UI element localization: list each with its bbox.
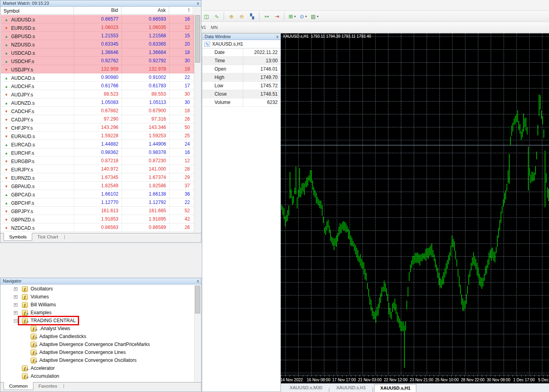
expand-icon[interactable]: + bbox=[14, 303, 17, 307]
scrollbar-thumb[interactable] bbox=[195, 286, 200, 313]
chart-tab-1-xauusd-s-h1[interactable]: XAUUSD.s,H1 bbox=[331, 384, 371, 392]
symbol-label: CADJPY.s bbox=[11, 117, 33, 123]
timeframe-mn-button[interactable]: MN bbox=[209, 23, 220, 31]
market-watch-row-nzdusd.s[interactable]: ▲NZDUSD.s0.633450.6336520 bbox=[1, 40, 194, 48]
navigator-tab-favorites[interactable]: Favorites bbox=[33, 382, 62, 390]
expand-icon[interactable]: + bbox=[14, 295, 17, 299]
periods-button[interactable]: ⊙▾ bbox=[298, 12, 308, 21]
market-watch-row-usdchf.s[interactable]: ▲USDCHF.s0.927620.9279230 bbox=[1, 57, 194, 65]
ask-cell: 1.06035 bbox=[122, 23, 170, 32]
arrow-down-icon: ▼ bbox=[4, 168, 9, 172]
navigator-item-adaptive-divergence-convergence-lines[interactable]: f◆Adaptive Divergence Convergence Lines bbox=[1, 348, 194, 356]
market-watch-row-gbpchf.s[interactable]: ▲GBPCHF.s1.127701.1279222 bbox=[1, 198, 194, 207]
market-watch-row-audcad.s[interactable]: ▲AUDCAD.s0.909800.9100222 bbox=[1, 73, 194, 82]
navigator-item-oscillators[interactable]: +fOscillators bbox=[1, 285, 194, 293]
symbol-label: USDJPY.s bbox=[11, 67, 33, 73]
symbol-label: NZDUSD.s bbox=[11, 42, 35, 48]
market-watch-row-usdcad.s[interactable]: ▲USDCAD.s1.366461.3666418 bbox=[1, 48, 194, 57]
tile-windows-button[interactable]: ▚ bbox=[247, 12, 257, 21]
column-header-symbol[interactable]: Symbol bbox=[0, 7, 74, 14]
market-watch-row-chfjpy.s[interactable]: ▼CHFJPY.s143.296143.34650 bbox=[1, 123, 194, 132]
line-chart-type-button[interactable]: ∿ bbox=[212, 12, 221, 21]
market-watch-row-audnzd.s[interactable]: ▲AUDNZD.s1.050831.0511330 bbox=[1, 98, 194, 107]
market-watch-row-eurgbp.s[interactable]: ▼EURGBP.s0.872180.8723012 bbox=[1, 157, 194, 165]
chart-tab-0-xauusd-s-m30[interactable]: XAUUSD.s,M30 bbox=[284, 384, 328, 392]
navigator-item-examples[interactable]: +f◆Examples bbox=[1, 309, 194, 317]
expand-icon[interactable]: + bbox=[14, 287, 17, 291]
bid-cell: 132.959 bbox=[74, 65, 122, 73]
market-watch-row-eurchf.s[interactable]: ▲EURCHF.s0.983620.9837816 bbox=[1, 148, 194, 157]
navigator-item-bill-williams[interactable]: +fBill Williams bbox=[1, 301, 194, 309]
market-watch-row-nzdcad.s[interactable]: ▼NZDCAD.s0.865630.8658926 bbox=[1, 223, 194, 232]
market-watch-row-gbpusd.s[interactable]: ▲GBPUSD.s1.215531.2156815 bbox=[1, 32, 194, 40]
zoom-in-button[interactable]: ⊕ bbox=[226, 12, 236, 21]
scrollbar-thumb[interactable] bbox=[195, 15, 200, 63]
close-icon[interactable]: x bbox=[276, 34, 279, 39]
chart-panel[interactable]: XAUUSD.s,H1 1793.11 1794.39 1793.11 1793… bbox=[281, 33, 549, 392]
bid-cell: 88.523 bbox=[74, 90, 122, 98]
navigator-item-accumulation[interactable]: f◆Accumulation bbox=[1, 372, 194, 380]
field-label: High bbox=[202, 73, 243, 81]
chart-tab-2-xauusd-s-h1[interactable]: XAUUSD.s,H1 bbox=[374, 384, 416, 392]
chevron-down-icon[interactable]: ▾ bbox=[294, 15, 296, 18]
zoom-out-button[interactable]: ⊖ bbox=[237, 12, 246, 21]
market-watch-row-gbpjpy.s[interactable]: ▼GBPJPY.s161.613161.66552 bbox=[1, 207, 194, 215]
expand-icon[interactable]: + bbox=[14, 311, 17, 315]
navigator-item-adaptive-divergence-convergence-chartpricemarks[interactable]: f◆Adaptive Divergence Convergence ChartP… bbox=[1, 340, 194, 348]
ask-cell: 0.87230 bbox=[122, 157, 170, 165]
arrow-down-icon: ▼ bbox=[4, 176, 9, 180]
navigator-item-accelerator[interactable]: f◆Accelerator bbox=[1, 364, 194, 372]
chevron-down-icon[interactable]: ▾ bbox=[305, 15, 307, 18]
time-axis-label: 5 Dec 0 bbox=[538, 378, 549, 382]
navigator-item--analyst-views[interactable]: f◆.Analyst Views bbox=[1, 325, 194, 332]
market-watch-row-eurusd.s[interactable]: ▼EURUSD.s1.060231.0603512 bbox=[1, 23, 194, 32]
market-watch-row-eurjpy.s[interactable]: ▼EURJPY.s140.972141.00028 bbox=[1, 165, 194, 173]
candlestick-type-button[interactable]: ◫ bbox=[201, 12, 211, 21]
navigator-tree: +fOscillators+fVolumes+fBill Williams+f◆… bbox=[1, 285, 194, 382]
market-watch-row-eurnzd.s[interactable]: ▼EURNZD.s1.673451.6737429 bbox=[1, 173, 194, 182]
price-chart[interactable] bbox=[281, 33, 549, 375]
ask-cell: 141.000 bbox=[122, 165, 170, 173]
navigator-scrollbar[interactable] bbox=[194, 285, 201, 382]
market-watch-row-usdjpy.s[interactable]: ▼USDJPY.s132.959132.97819 bbox=[1, 65, 194, 73]
spread-cell: 12 bbox=[170, 157, 193, 165]
time-axis-label: 14 Nov 2022 bbox=[281, 378, 303, 382]
templates-button[interactable]: ▧▾ bbox=[309, 12, 320, 21]
navigator-item-volumes[interactable]: +fVolumes bbox=[1, 293, 194, 301]
market-watch-scrollbar[interactable] bbox=[194, 7, 201, 233]
market-watch-row-audusd.s[interactable]: ▲AUDUSD.s0.665770.6659316 bbox=[1, 15, 194, 23]
column-header-ask[interactable]: Ask bbox=[122, 7, 169, 14]
market-watch-row-eurcad.s[interactable]: ▲EURCAD.s1.448821.4490624 bbox=[1, 140, 194, 148]
market-watch-tab-symbols[interactable]: Symbols bbox=[4, 233, 32, 241]
market-watch-row-gbpnzd.s[interactable]: ▼GBPNZD.s1.918531.9189542 bbox=[1, 215, 194, 223]
close-icon[interactable]: x bbox=[197, 279, 199, 283]
navigator-item-label: Volumes bbox=[31, 294, 49, 300]
market-watch-row-audjpy.s[interactable]: ▼AUDJPY.s88.52388.55330 bbox=[1, 90, 194, 98]
ask-cell: 0.91002 bbox=[122, 73, 170, 82]
market-watch-row-audchf.s[interactable]: ▲AUDCHF.s0.617660.6178317 bbox=[1, 82, 194, 90]
column-header-spread[interactable]: ! bbox=[169, 7, 193, 14]
indicators-button[interactable]: ⊞▾ bbox=[287, 12, 297, 21]
market-watch-row-cadchf.s[interactable]: ▼CADCHF.s0.678820.6790018 bbox=[1, 107, 194, 115]
navigator-item-adaptive-candlesticks[interactable]: f◆Adaptive Candlesticks bbox=[1, 332, 194, 340]
spread-cell: 52 bbox=[170, 207, 193, 215]
market-watch-row-cadjpy.s[interactable]: ▼CADJPY.s97.29097.31626 bbox=[1, 115, 194, 123]
market-watch-row-gbpaud.s[interactable]: ▼GBPAUD.s1.825491.8258637 bbox=[1, 182, 194, 190]
data-window-row-close: Close1748.51 bbox=[202, 90, 280, 98]
arrow-down-icon: ▼ bbox=[4, 26, 9, 30]
navigator-item-adaptive-divergence-convergence-oscillators[interactable]: f◆Adaptive Divergence Convergence Oscill… bbox=[1, 356, 194, 364]
bid-cell: 1.82549 bbox=[74, 182, 122, 190]
market-watch-tab-tick-chart[interactable]: Tick Chart bbox=[32, 233, 63, 241]
custom-indicator-diamond-icon: ◆ bbox=[35, 359, 37, 364]
spread-cell: 22 bbox=[170, 73, 193, 82]
market-watch-row-euraud.s[interactable]: ▼EURAUD.s1.592281.5925325 bbox=[1, 132, 194, 140]
chevron-down-icon[interactable]: ▾ bbox=[317, 15, 319, 18]
auto-scroll-button[interactable]: ↦ bbox=[262, 12, 271, 21]
column-header-bid[interactable]: Bid bbox=[74, 7, 122, 14]
chart-shift-button[interactable]: ⇥ bbox=[272, 12, 282, 21]
market-watch-row-gbpcad.s[interactable]: ▲GBPCAD.s1.661021.6613836 bbox=[1, 190, 194, 198]
tile-windows-icon: ▚ bbox=[250, 14, 254, 19]
collapse-icon[interactable]: − bbox=[14, 319, 17, 323]
navigator-tab-common[interactable]: Common bbox=[4, 382, 33, 390]
close-icon[interactable]: x bbox=[197, 1, 199, 6]
